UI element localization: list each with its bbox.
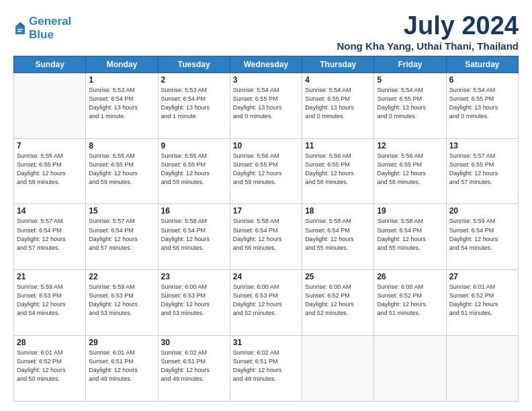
calendar-table: SundayMondayTuesdayWednesdayThursdayFrid…	[13, 56, 519, 402]
calendar-cell: 6Sunrise: 5:54 AM Sunset: 6:55 PM Daylig…	[446, 73, 518, 138]
day-detail: Sunrise: 5:55 AM Sunset: 6:55 PM Dayligh…	[161, 152, 227, 187]
svg-rect-2	[17, 29, 23, 30]
day-detail: Sunrise: 6:00 AM Sunset: 6:53 PM Dayligh…	[161, 283, 227, 318]
day-detail: Sunrise: 5:54 AM Sunset: 6:55 PM Dayligh…	[377, 86, 443, 121]
day-detail: Sunrise: 5:54 AM Sunset: 6:55 PM Dayligh…	[449, 86, 515, 121]
day-detail: Sunrise: 5:57 AM Sunset: 6:54 PM Dayligh…	[89, 217, 154, 252]
calendar-cell: 5Sunrise: 5:54 AM Sunset: 6:55 PM Daylig…	[374, 73, 446, 138]
day-detail: Sunrise: 5:59 AM Sunset: 6:53 PM Dayligh…	[17, 283, 83, 318]
day-number: 3	[233, 75, 299, 85]
calendar-week-row: 28Sunrise: 6:01 AM Sunset: 6:52 PM Dayli…	[14, 336, 519, 402]
calendar-cell	[374, 336, 446, 402]
day-number: 26	[377, 272, 443, 281]
calendar-cell: 25Sunrise: 6:00 AM Sunset: 6:52 PM Dayli…	[302, 270, 374, 336]
calendar-cell: 29Sunrise: 6:01 AM Sunset: 6:51 PM Dayli…	[86, 336, 158, 402]
day-detail: Sunrise: 5:58 AM Sunset: 6:54 PM Dayligh…	[233, 217, 299, 252]
day-number: 13	[449, 141, 515, 150]
day-number: 10	[233, 141, 299, 150]
weekday-header-cell: Thursday	[302, 56, 374, 73]
day-detail: Sunrise: 6:00 AM Sunset: 6:53 PM Dayligh…	[233, 283, 299, 318]
day-detail: Sunrise: 5:59 AM Sunset: 6:53 PM Dayligh…	[89, 283, 154, 318]
day-number: 16	[161, 206, 227, 216]
day-number: 8	[89, 141, 154, 150]
day-number: 21	[17, 272, 83, 281]
day-detail: Sunrise: 5:55 AM Sunset: 6:55 PM Dayligh…	[89, 152, 154, 187]
day-number: 12	[377, 141, 443, 150]
day-detail: Sunrise: 5:54 AM Sunset: 6:55 PM Dayligh…	[233, 86, 299, 121]
calendar-cell: 15Sunrise: 5:57 AM Sunset: 6:54 PM Dayli…	[86, 204, 158, 270]
calendar-cell: 8Sunrise: 5:55 AM Sunset: 6:55 PM Daylig…	[86, 138, 158, 204]
calendar-cell	[446, 336, 518, 402]
calendar-cell: 31Sunrise: 6:02 AM Sunset: 6:51 PM Dayli…	[230, 336, 302, 402]
day-number: 29	[89, 338, 154, 347]
calendar-body: 1Sunrise: 5:53 AM Sunset: 6:54 PM Daylig…	[14, 73, 519, 401]
logo-icon	[14, 21, 26, 36]
weekday-header-cell: Wednesday	[230, 56, 302, 73]
calendar-cell	[302, 336, 374, 402]
calendar-cell: 20Sunrise: 5:59 AM Sunset: 6:54 PM Dayli…	[446, 204, 518, 270]
day-detail: Sunrise: 5:55 AM Sunset: 6:55 PM Dayligh…	[17, 152, 83, 187]
day-number: 28	[17, 338, 83, 347]
calendar-cell: 13Sunrise: 5:57 AM Sunset: 6:55 PM Dayli…	[446, 138, 518, 204]
svg-rect-3	[17, 31, 21, 32]
day-number: 27	[449, 272, 515, 281]
calendar-cell: 27Sunrise: 6:01 AM Sunset: 6:52 PM Dayli…	[446, 270, 518, 336]
calendar-cell: 2Sunrise: 5:53 AM Sunset: 6:54 PM Daylig…	[158, 73, 230, 138]
calendar-cell: 9Sunrise: 5:55 AM Sunset: 6:55 PM Daylig…	[158, 138, 230, 204]
day-number: 6	[449, 75, 515, 85]
calendar-cell: 17Sunrise: 5:58 AM Sunset: 6:54 PM Dayli…	[230, 204, 302, 270]
calendar-cell: 24Sunrise: 6:00 AM Sunset: 6:53 PM Dayli…	[230, 270, 302, 336]
logo: General Blue	[13, 15, 71, 41]
day-detail: Sunrise: 6:01 AM Sunset: 6:51 PM Dayligh…	[89, 349, 154, 383]
day-number: 4	[305, 75, 371, 85]
day-detail: Sunrise: 5:59 AM Sunset: 6:54 PM Dayligh…	[449, 217, 515, 252]
calendar-week-row: 21Sunrise: 5:59 AM Sunset: 6:53 PM Dayli…	[14, 270, 519, 336]
weekday-header-cell: Tuesday	[158, 56, 230, 73]
calendar-cell	[14, 73, 86, 138]
day-detail: Sunrise: 5:58 AM Sunset: 6:54 PM Dayligh…	[161, 217, 227, 252]
day-number: 7	[17, 141, 83, 150]
day-number: 11	[305, 141, 371, 150]
calendar-cell: 21Sunrise: 5:59 AM Sunset: 6:53 PM Dayli…	[14, 270, 86, 336]
title-block: July 2024 Nong Kha Yang, Uthai Thani, Th…	[337, 12, 519, 52]
day-number: 22	[89, 272, 154, 281]
calendar-cell: 1Sunrise: 5:53 AM Sunset: 6:54 PM Daylig…	[86, 73, 158, 138]
day-detail: Sunrise: 5:58 AM Sunset: 6:54 PM Dayligh…	[377, 217, 443, 252]
day-number: 15	[89, 206, 154, 216]
day-detail: Sunrise: 5:53 AM Sunset: 6:54 PM Dayligh…	[161, 86, 227, 121]
weekday-header-cell: Saturday	[446, 56, 518, 73]
calendar-cell: 3Sunrise: 5:54 AM Sunset: 6:55 PM Daylig…	[230, 73, 302, 138]
calendar-cell: 7Sunrise: 5:55 AM Sunset: 6:55 PM Daylig…	[14, 138, 86, 204]
day-detail: Sunrise: 5:58 AM Sunset: 6:54 PM Dayligh…	[305, 217, 371, 252]
day-detail: Sunrise: 5:56 AM Sunset: 6:55 PM Dayligh…	[377, 152, 443, 187]
day-number: 1	[89, 75, 154, 85]
calendar-cell: 12Sunrise: 5:56 AM Sunset: 6:55 PM Dayli…	[374, 138, 446, 204]
day-number: 24	[233, 272, 299, 281]
calendar-cell: 19Sunrise: 5:58 AM Sunset: 6:54 PM Dayli…	[374, 204, 446, 270]
calendar-week-row: 14Sunrise: 5:57 AM Sunset: 6:54 PM Dayli…	[14, 204, 519, 270]
weekday-header-cell: Monday	[86, 56, 158, 73]
day-detail: Sunrise: 6:02 AM Sunset: 6:51 PM Dayligh…	[233, 349, 299, 383]
day-number: 31	[233, 338, 299, 347]
day-detail: Sunrise: 5:53 AM Sunset: 6:54 PM Dayligh…	[89, 86, 154, 121]
calendar-cell: 14Sunrise: 5:57 AM Sunset: 6:54 PM Dayli…	[14, 204, 86, 270]
calendar-cell: 30Sunrise: 6:02 AM Sunset: 6:51 PM Dayli…	[158, 336, 230, 402]
day-number: 9	[161, 141, 227, 150]
day-number: 25	[305, 272, 371, 281]
day-detail: Sunrise: 5:57 AM Sunset: 6:54 PM Dayligh…	[17, 217, 83, 252]
day-detail: Sunrise: 6:01 AM Sunset: 6:52 PM Dayligh…	[17, 349, 83, 383]
calendar-cell: 28Sunrise: 6:01 AM Sunset: 6:52 PM Dayli…	[14, 336, 86, 402]
calendar-cell: 26Sunrise: 6:00 AM Sunset: 6:52 PM Dayli…	[374, 270, 446, 336]
calendar-cell: 22Sunrise: 5:59 AM Sunset: 6:53 PM Dayli…	[86, 270, 158, 336]
calendar-cell: 11Sunrise: 5:56 AM Sunset: 6:55 PM Dayli…	[302, 138, 374, 204]
calendar-cell: 18Sunrise: 5:58 AM Sunset: 6:54 PM Dayli…	[302, 204, 374, 270]
day-number: 17	[233, 206, 299, 216]
day-number: 23	[161, 272, 227, 281]
day-detail: Sunrise: 5:57 AM Sunset: 6:55 PM Dayligh…	[449, 152, 515, 187]
weekday-header-cell: Sunday	[14, 56, 86, 73]
calendar-week-row: 1Sunrise: 5:53 AM Sunset: 6:54 PM Daylig…	[14, 73, 519, 138]
location: Nong Kha Yang, Uthai Thani, Thailand	[337, 40, 519, 52]
calendar-cell: 10Sunrise: 5:56 AM Sunset: 6:55 PM Dayli…	[230, 138, 302, 204]
calendar-week-row: 7Sunrise: 5:55 AM Sunset: 6:55 PM Daylig…	[14, 138, 519, 204]
calendar-cell: 16Sunrise: 5:58 AM Sunset: 6:54 PM Dayli…	[158, 204, 230, 270]
